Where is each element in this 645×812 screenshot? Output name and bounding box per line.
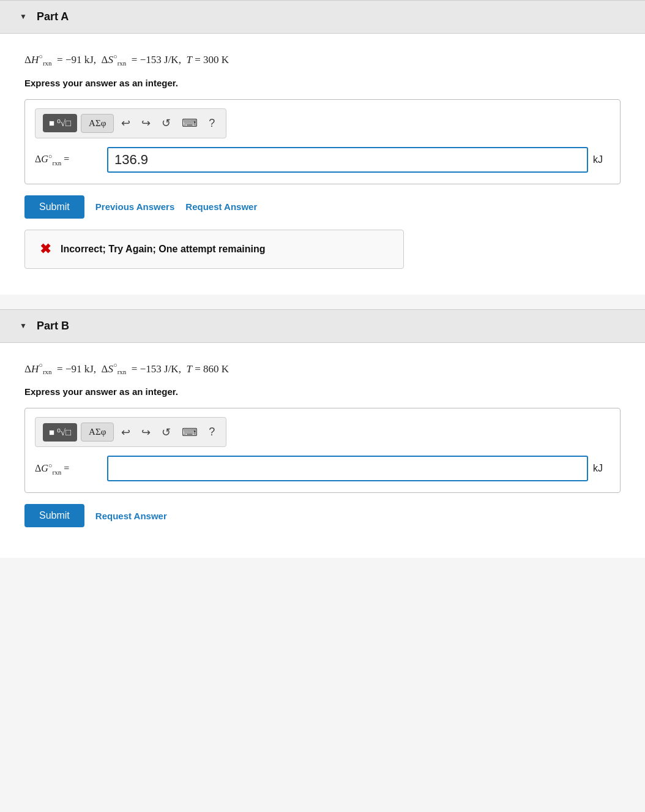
part-b-answer-input[interactable] <box>107 456 588 481</box>
part-a-previous-answers-link[interactable]: Previous Answers <box>95 201 175 212</box>
part-b-instruction: Express your answer as an integer. <box>24 386 621 397</box>
part-b-label: Part B <box>37 320 69 333</box>
part-a-redo-btn[interactable]: ↪ <box>138 114 154 132</box>
page-wrapper: ▼ Part A ΔH○rxn = −91 kJ, ΔS○rxn = −153 … <box>0 0 645 558</box>
part-b-input-label: ΔG○rxn = <box>35 462 102 476</box>
part-a-input-row: ΔG○rxn = 136.9 kJ <box>35 147 610 173</box>
part-a-math-btn[interactable]: ■ ⁰√□ <box>43 114 77 132</box>
part-b-toolbar: ■ ⁰√□ ΑΣφ ↩ ↪ ↺ ⌨ ? <box>35 417 226 447</box>
part-a-answer-input[interactable]: 136.9 <box>107 147 588 173</box>
part-a-undo-btn[interactable]: ↩ <box>117 114 134 132</box>
part-a-toolbar: ■ ⁰√□ ΑΣφ ↩ ↪ ↺ ⌨ ? <box>35 108 226 138</box>
part-b-unit: kJ <box>593 463 610 474</box>
part-b-help-btn[interactable]: ? <box>205 423 218 441</box>
part-b-action-row: Submit Request Answer <box>24 504 621 527</box>
part-b-input-row: ΔG○rxn = kJ <box>35 456 610 481</box>
part-a-feedback-box: ✖ Incorrect; Try Again; One attempt rema… <box>24 230 404 269</box>
part-a-chevron[interactable]: ▼ <box>20 12 27 21</box>
part-a-unit: kJ <box>593 154 610 165</box>
part-a-refresh-btn[interactable]: ↺ <box>158 114 174 132</box>
part-a-symbol-btn[interactable]: ΑΣφ <box>81 114 114 133</box>
part-b-equation: ΔH○rxn = −91 kJ, ΔS○rxn = −153 J/K, T = … <box>24 360 621 378</box>
part-b-answer-box: ■ ⁰√□ ΑΣφ ↩ ↪ ↺ ⌨ ? ΔG○rxn = kJ <box>24 408 621 493</box>
part-b-symbol-btn[interactable]: ΑΣφ <box>81 423 114 442</box>
part-b-undo-btn[interactable]: ↩ <box>117 423 134 442</box>
part-a-submit-button[interactable]: Submit <box>24 195 84 219</box>
part-a-answer-box: ■ ⁰√□ ΑΣφ ↩ ↪ ↺ ⌨ ? ΔG○rxn = 136.9 kJ <box>24 99 621 184</box>
part-a-feedback-text: Incorrect; Try Again; One attempt remain… <box>61 244 266 255</box>
part-b-header: ▼ Part B <box>0 309 645 343</box>
part-b-math-btn[interactable]: ■ ⁰√□ <box>43 423 77 442</box>
part-b-redo-btn[interactable]: ↪ <box>138 423 154 442</box>
part-a-input-label: ΔG○rxn = <box>35 152 102 167</box>
part-a-content: ΔH○rxn = −91 kJ, ΔS○rxn = −153 J/K, T = … <box>0 34 645 295</box>
part-a-keyboard-btn[interactable]: ⌨ <box>178 114 201 132</box>
part-b-chevron[interactable]: ▼ <box>20 321 27 331</box>
part-b-refresh-btn[interactable]: ↺ <box>158 423 174 442</box>
part-a-header: ▼ Part A <box>0 0 645 34</box>
part-b-submit-button[interactable]: Submit <box>24 504 84 527</box>
part-a-feedback-icon: ✖ <box>40 241 51 257</box>
part-a-help-btn[interactable]: ? <box>205 115 218 132</box>
part-b-keyboard-btn[interactable]: ⌨ <box>178 423 201 442</box>
part-a-action-row: Submit Previous Answers Request Answer <box>24 195 621 219</box>
part-b-content: ΔH○rxn = −91 kJ, ΔS○rxn = −153 J/K, T = … <box>0 343 645 558</box>
part-b-request-answer-link[interactable]: Request Answer <box>95 511 167 521</box>
part-a-label: Part A <box>37 10 69 23</box>
part-a-request-answer-link[interactable]: Request Answer <box>185 201 257 212</box>
part-a-instruction: Express your answer as an integer. <box>24 78 621 88</box>
part-a-equation: ΔH○rxn = −91 kJ, ΔS○rxn = −153 J/K, T = … <box>24 51 621 69</box>
